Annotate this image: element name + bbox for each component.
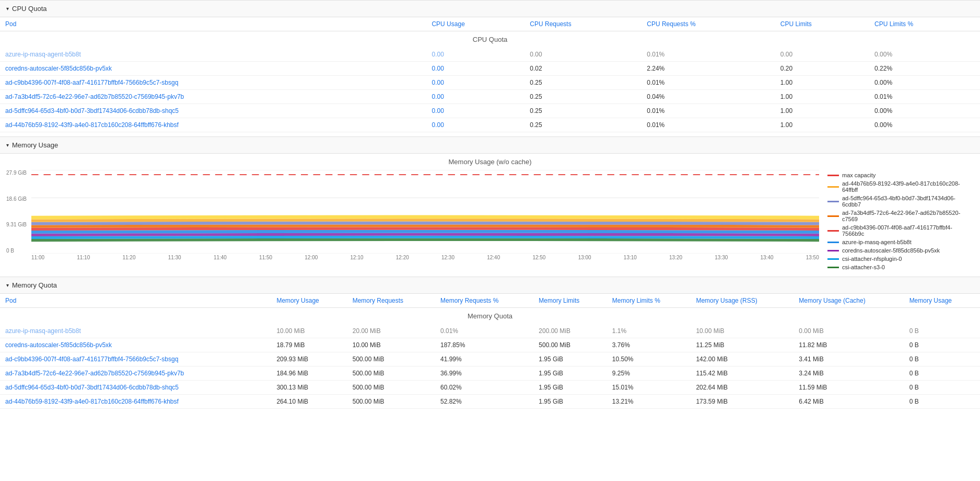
cpu-col-header-cpu-requests[interactable]: CPU Requests	[524, 17, 641, 31]
cpu-col-header-cpu-usage[interactable]: CPU Usage	[426, 17, 524, 31]
cpu-col-header-cpu-limits[interactable]: CPU Limits	[775, 17, 869, 31]
section-header-memory-usage[interactable]: ▾ Memory Usage	[0, 136, 980, 154]
table-row: ad-5dffc964-65d3-4bf0-b0d7-3bdf17434d06-…	[0, 104, 980, 118]
cpu-quota-table: CPU QuotaPodCPU UsageCPU RequestsCPU Req…	[0, 17, 980, 132]
mem-cell: 6.42 MiB	[794, 395, 904, 409]
mem-cell: 3.41 MiB	[794, 352, 904, 367]
pod-link[interactable]: ad-44b76b59-8192-43f9-a4e0-817cb160c208-…	[5, 121, 179, 129]
chart-legend: max capacityad-44b76b59-8192-43f9-a4e0-8…	[827, 170, 974, 272]
legend-item: ad-44b76b59-8192-43f9-a4e0-817cb160c208-…	[827, 180, 974, 193]
pod-link[interactable]: coredns-autoscaler-5f85dc856b-pv5xk	[5, 65, 112, 72]
pod-name-cell: azure-ip-masq-agent-b5b8t	[0, 324, 271, 338]
pod-link[interactable]: ad-5dffc964-65d3-4bf0-b0d7-3bdf17434d06-…	[5, 107, 179, 114]
x-axis-label: 11:50	[259, 255, 272, 264]
cpu-table-title: CPU Quota	[0, 31, 980, 48]
mem-cell: 0.00 MiB	[794, 324, 904, 338]
cpu-cell: 0.25	[524, 90, 641, 104]
mem-col-header-memory-limits[interactable]: Memory Limits	[533, 294, 607, 308]
cpu-cell: 0.04%	[641, 90, 775, 104]
cpu-cell: 0.00	[426, 118, 524, 132]
cpu-quota-table-container: CPU QuotaPodCPU UsageCPU RequestsCPU Req…	[0, 17, 980, 136]
cpu-cell: 0.00%	[869, 48, 980, 62]
mem-col-header-memory-limits-%[interactable]: Memory Limits %	[607, 294, 691, 308]
legend-item: ad-5dffc964-65d3-4bf0-b0d7-3bdf17434d06-…	[827, 195, 974, 208]
mem-cell: 500.00 MiB	[533, 338, 607, 352]
chart-main: 27.9 GiB18.6 GiB9.31 GiB0 B11:0011:1011:…	[6, 170, 819, 264]
mem-cell: 0.01%	[435, 324, 533, 338]
cpu-cell: 0.01%	[641, 118, 775, 132]
mem-cell: 200.00 MiB	[533, 324, 607, 338]
cpu-col-header-pod[interactable]: Pod	[0, 17, 426, 31]
cpu-cell: 0.01%	[641, 104, 775, 118]
mem-cell: 142.00 MiB	[691, 352, 794, 367]
mem-cell: 20.00 MiB	[347, 324, 435, 338]
pod-link[interactable]: coredns-autoscaler-5f85dc856b-pv5xk	[5, 341, 112, 349]
cpu-cell: 0.00	[524, 48, 641, 62]
y-axis-label: 18.6 GiB	[6, 196, 27, 202]
table-row: azure-ip-masq-agent-b5b8t10.00 MiB20.00 …	[0, 324, 980, 338]
mem-col-header-memory-usage[interactable]: Memory Usage	[904, 294, 980, 308]
cpu-cell: 0.00	[426, 48, 524, 62]
pod-name-cell: ad-5dffc964-65d3-4bf0-b0d7-3bdf17434d06-…	[0, 104, 426, 118]
table-row: ad-44b76b59-8192-43f9-a4e0-817cb160c208-…	[0, 118, 980, 132]
section-header-cpu-quota[interactable]: ▾ CPU Quota	[0, 0, 980, 17]
legend-color-swatch	[827, 242, 839, 243]
x-axis-label: 11:40	[214, 255, 227, 264]
legend-color-swatch	[827, 250, 839, 251]
cpu-col-header-cpu-requests-%[interactable]: CPU Requests %	[641, 17, 775, 31]
x-axis-label: 11:30	[168, 255, 181, 264]
section-title: Memory Usage	[12, 141, 58, 149]
cpu-cell: 1.00	[775, 118, 869, 132]
memory-quota-table: Memory QuotaPodMemory UsageMemory Reques…	[0, 294, 980, 409]
legend-label: azure-ip-masq-agent-b5b8t	[842, 239, 912, 245]
mem-cell: 500.00 MiB	[347, 367, 435, 381]
pod-name-cell: ad-c9bb4396-007f-4f08-aaf7-416177bffbf4-…	[0, 352, 271, 367]
mem-cell: 15.01%	[607, 381, 691, 395]
pod-link[interactable]: ad-7a3b4df5-72c6-4e22-96e7-ad62b7b85520-…	[5, 93, 184, 100]
mem-cell: 500.00 MiB	[347, 381, 435, 395]
legend-item: max capacity	[827, 172, 974, 178]
pod-link[interactable]: ad-5dffc964-65d3-4bf0-b0d7-3bdf17434d06-…	[5, 384, 179, 391]
cpu-cell: 0.00	[426, 76, 524, 90]
cpu-cell: 1.00	[775, 76, 869, 90]
pod-link[interactable]: azure-ip-masq-agent-b5b8t	[5, 51, 81, 58]
pod-name-cell: ad-c9bb4396-007f-4f08-aaf7-416177bffbf4-…	[0, 76, 426, 90]
mem-col-header-memory-usage-rss-[interactable]: Memory Usage (RSS)	[691, 294, 794, 308]
pod-link[interactable]: ad-7a3b4df5-72c6-4e22-96e7-ad62b7b85520-…	[5, 370, 184, 377]
table-row: ad-c9bb4396-007f-4f08-aaf7-416177bffbf4-…	[0, 352, 980, 367]
mem-cell: 0 B	[904, 367, 980, 381]
mem-col-header-pod[interactable]: Pod	[0, 294, 271, 308]
cpu-cell: 0.25	[524, 104, 641, 118]
cpu-cell: 0.02	[524, 62, 641, 76]
cpu-cell: 0.22%	[869, 62, 980, 76]
legend-color-swatch	[827, 201, 839, 202]
x-axis-label: 11:00	[31, 255, 44, 264]
pod-link[interactable]: ad-44b76b59-8192-43f9-a4e0-817cb160c208-…	[5, 398, 179, 405]
pod-link[interactable]: ad-c9bb4396-007f-4f08-aaf7-416177bffbf4-…	[5, 356, 178, 363]
pod-link[interactable]: azure-ip-masq-agent-b5b8t	[5, 327, 81, 335]
x-axis-label: 13:00	[578, 255, 591, 264]
pod-link[interactable]: ad-c9bb4396-007f-4f08-aaf7-416177bffbf4-…	[5, 79, 178, 86]
mem-cell: 3.24 MiB	[794, 367, 904, 381]
x-axis-label: 13:10	[624, 255, 637, 264]
mem-col-header-memory-usage[interactable]: Memory Usage	[271, 294, 347, 308]
mem-cell: 173.59 MiB	[691, 395, 794, 409]
table-row: ad-44b76b59-8192-43f9-a4e0-817cb160c208-…	[0, 395, 980, 409]
mem-col-header-memory-requests-%[interactable]: Memory Requests %	[435, 294, 533, 308]
cpu-col-header-cpu-limits-%[interactable]: CPU Limits %	[869, 17, 980, 31]
mem-cell: 11.25 MiB	[691, 338, 794, 352]
mem-cell: 115.42 MiB	[691, 367, 794, 381]
section-header-memory-quota[interactable]: ▾ Memory Quota	[0, 277, 980, 294]
legend-label: coredns-autoscaler-5f85dc856b-pv5xk	[842, 247, 940, 254]
mem-col-header-memory-usage-cache-[interactable]: Memory Usage (Cache)	[794, 294, 904, 308]
mem-cell: 52.82%	[435, 395, 533, 409]
mem-cell: 18.79 MiB	[271, 338, 347, 352]
mem-cell: 9.25%	[607, 367, 691, 381]
mem-col-header-memory-requests[interactable]: Memory Requests	[347, 294, 435, 308]
mem-cell: 264.10 MiB	[271, 395, 347, 409]
legend-item: csi-attacher-nfsplugin-0	[827, 256, 974, 262]
cpu-cell: 1.00	[775, 90, 869, 104]
mem-cell: 41.99%	[435, 352, 533, 367]
y-axis-labels: 27.9 GiB18.6 GiB9.31 GiB0 B	[6, 170, 27, 264]
mem-cell: 3.76%	[607, 338, 691, 352]
